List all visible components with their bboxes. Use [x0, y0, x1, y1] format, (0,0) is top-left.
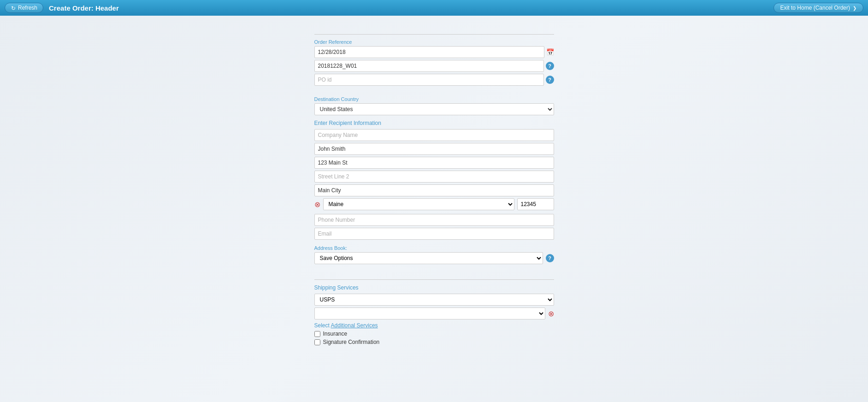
service-select[interactable]: (37) USPS Priority Mail (1) USPS First C…	[314, 307, 545, 319]
form-container: Order Reference 📅 ? ? Destination Countr…	[314, 25, 554, 354]
recipient-label: Enter Recipient Information	[314, 120, 554, 126]
remove-state-icon[interactable]: ⊗	[314, 200, 320, 209]
remove-service-icon[interactable]: ⊗	[548, 309, 554, 318]
order-reference-group: Order Reference 📅 ? ?	[314, 39, 554, 86]
state-select[interactable]: Maine Alabama Alaska Arizona California …	[323, 198, 514, 210]
calendar-icon[interactable]: 📅	[546, 48, 554, 56]
chevron-right-icon: ❯	[853, 6, 856, 11]
po-input[interactable]	[314, 74, 544, 86]
po-row: ?	[314, 74, 554, 86]
shipping-divider	[314, 279, 554, 280]
header-bar: ↻ Refresh Create Order: Header Exit to H…	[0, 0, 868, 16]
order-reference-label: Order Reference	[314, 39, 554, 45]
country-select[interactable]: United States Canada Mexico United Kingd…	[314, 103, 554, 115]
destination-group: Destination Country United States Canada…	[314, 96, 554, 115]
save-options-select[interactable]: Save Options Save as New Update Existing…	[314, 252, 543, 264]
zip-input[interactable]	[517, 198, 554, 210]
additional-services-link[interactable]: Additional Services	[331, 322, 378, 329]
signature-label: Signature Confirmation	[323, 339, 380, 345]
carrier-select[interactable]: USPS UPS FedEx DHL	[314, 294, 554, 306]
company-input[interactable]	[314, 129, 554, 141]
signature-row: Signature Confirmation	[314, 339, 554, 345]
exit-label: Exit to Home (Cancel Order)	[780, 5, 850, 11]
refresh-label: Refresh	[18, 5, 37, 11]
shipping-group: Shipping Services USPS UPS FedEx DHL (37…	[314, 284, 554, 345]
address-book-label: Address Book:	[314, 245, 554, 251]
refresh-icon: ↻	[11, 5, 16, 11]
city-input[interactable]	[314, 184, 554, 196]
email-input[interactable]	[314, 228, 554, 240]
state-zip-row: ⊗ Maine Alabama Alaska Arizona Californi…	[314, 198, 554, 210]
refresh-button[interactable]: ↻ Refresh	[5, 3, 43, 13]
ref-row: ?	[314, 60, 554, 72]
additional-services-prefix: Select	[314, 322, 331, 329]
additional-services-label: Select Additional Services	[314, 322, 554, 329]
insurance-checkbox[interactable]	[314, 331, 320, 337]
address-book-row: Save Options Save as New Update Existing…	[314, 252, 554, 264]
service-row: (37) USPS Priority Mail (1) USPS First C…	[314, 307, 554, 319]
insurance-row: Insurance	[314, 331, 554, 337]
main-content: Order Reference 📅 ? ? Destination Countr…	[0, 16, 868, 363]
recipient-group: Enter Recipient Information ⊗ Maine Alab…	[314, 120, 554, 242]
phone-input[interactable]	[314, 214, 554, 226]
po-help-icon[interactable]: ?	[546, 76, 554, 84]
header-left: ↻ Refresh Create Order: Header	[5, 3, 119, 13]
insurance-label: Insurance	[323, 331, 348, 337]
signature-checkbox[interactable]	[314, 339, 320, 345]
exit-button[interactable]: Exit to Home (Cancel Order) ❯	[774, 3, 863, 13]
shipping-label: Shipping Services	[314, 284, 554, 291]
name-input[interactable]	[314, 143, 554, 155]
page-title: Create Order: Header	[49, 4, 119, 12]
address1-input[interactable]	[314, 157, 554, 169]
date-input[interactable]	[314, 46, 544, 58]
top-divider	[314, 34, 554, 35]
order-ref-input[interactable]	[314, 60, 544, 72]
address-book-help-icon[interactable]: ?	[546, 254, 554, 262]
ref-help-icon[interactable]: ?	[546, 62, 554, 70]
destination-label: Destination Country	[314, 96, 554, 102]
address-book-group: Address Book: Save Options Save as New U…	[314, 245, 554, 264]
address2-input[interactable]	[314, 171, 554, 183]
date-row: 📅	[314, 46, 554, 58]
